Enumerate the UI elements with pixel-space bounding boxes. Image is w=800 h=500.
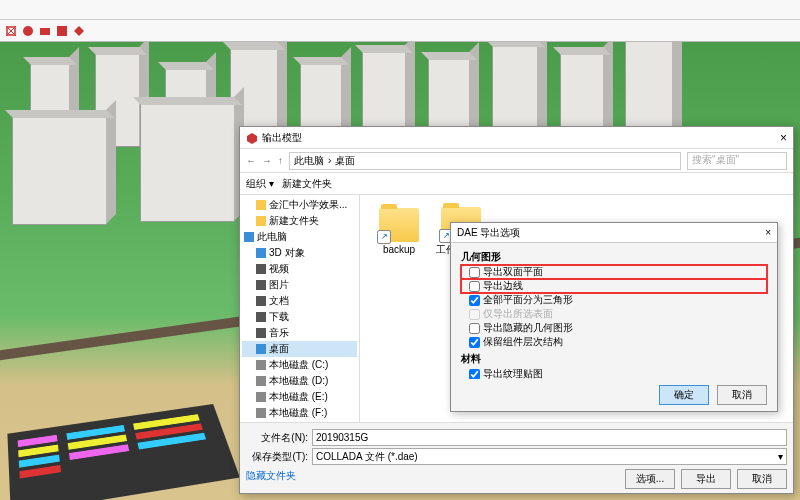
tool-icon-3[interactable] [38,24,52,38]
savetype-field[interactable]: COLLADA 文件 (*.dae)▾ [312,448,787,465]
dae-options-dialog: DAE 导出选项 × 几何图形 导出双面平面 导出边线 全部平面分为三角形 仅导… [450,222,778,412]
tree-item[interactable]: 金汇中小学效果... [242,197,357,213]
folder-item[interactable]: backup [372,208,426,255]
toolbar [0,20,800,42]
hide-folders-link[interactable]: 隐藏文件夹 [246,469,296,489]
opt-selection-only: 仅导出所选表面 [461,307,767,321]
dialog-bottom: 文件名(N): 20190315G 保存类型(T): COLLADA 文件 (*… [240,422,793,493]
command-bar: 组织 ▾ 新建文件夹 [240,173,793,195]
options-close-icon[interactable]: × [765,227,771,238]
filename-field[interactable]: 20190315G [312,429,787,446]
close-icon[interactable]: × [780,131,787,145]
options-cancel-button[interactable]: 取消 [717,385,767,405]
menu-bar [0,0,800,20]
dialog-title: 输出模型 [262,131,302,145]
tree-item[interactable]: 此电脑 [242,229,357,245]
tree-item[interactable]: 本地磁盘 (F:) [242,405,357,421]
tree-item[interactable]: 音乐 [242,325,357,341]
search-input[interactable]: 搜索"桌面" [687,152,787,170]
sketchup-icon [246,132,258,144]
organize-button[interactable]: 组织 ▾ [246,177,274,191]
opt-hidden-geom[interactable]: 导出隐藏的几何图形 [461,321,767,335]
tree-item[interactable]: 本地磁盘 (D:) [242,373,357,389]
tool-icon-2[interactable] [21,24,35,38]
options-title: DAE 导出选项 [457,226,520,240]
tree-item[interactable]: 3D 对象 [242,245,357,261]
tree-item[interactable]: 桌面 [242,341,357,357]
breadcrumb[interactable]: 此电脑› 桌面 [289,152,681,170]
folder-tree[interactable]: 金汇中小学效果...新建文件夹此电脑3D 对象视频图片文档下载音乐桌面本地磁盘 … [240,195,360,422]
colorful-building [7,404,240,500]
tree-item[interactable]: 新建文件夹 [242,213,357,229]
section-geometry: 几何图形 [461,250,767,264]
opt-hierarchy[interactable]: 保留组件层次结构 [461,335,767,349]
svg-rect-4 [40,28,50,35]
opt-texture[interactable]: 导出纹理贴图 [461,367,767,379]
tree-item[interactable]: 本地磁盘 (C:) [242,357,357,373]
opt-triangulate[interactable]: 全部平面分为三角形 [461,293,767,307]
svg-point-3 [23,26,33,36]
opt-two-sided[interactable]: 导出双面平面 [461,265,767,279]
section-material: 材料 [461,352,767,366]
forward-icon[interactable]: → [262,155,272,166]
tree-item[interactable]: 文档 [242,293,357,309]
tree-item[interactable]: 图片 [242,277,357,293]
svg-marker-6 [74,26,84,36]
back-icon[interactable]: ← [246,155,256,166]
up-icon[interactable]: ↑ [278,155,283,166]
nav-bar: ← → ↑ 此电脑› 桌面 搜索"桌面" [240,149,793,173]
tree-item[interactable]: 本地磁盘 (E:) [242,389,357,405]
filename-label: 文件名(N): [246,431,308,445]
options-titlebar: DAE 导出选项 × [451,223,777,243]
options-button[interactable]: 选项... [625,469,675,489]
tool-icon-4[interactable] [55,24,69,38]
tree-item[interactable]: 下载 [242,309,357,325]
export-button[interactable]: 导出 [681,469,731,489]
ok-button[interactable]: 确定 [659,385,709,405]
dialog-titlebar: 输出模型 × [240,127,793,149]
savetype-label: 保存类型(T): [246,450,308,464]
newfolder-button[interactable]: 新建文件夹 [282,177,332,191]
opt-edges[interactable]: 导出边线 [461,279,767,293]
svg-rect-5 [57,26,67,36]
tree-item[interactable]: 视频 [242,261,357,277]
tool-icon-1[interactable] [4,24,18,38]
svg-marker-7 [247,133,257,144]
tool-icon-5[interactable] [72,24,86,38]
cancel-button[interactable]: 取消 [737,469,787,489]
